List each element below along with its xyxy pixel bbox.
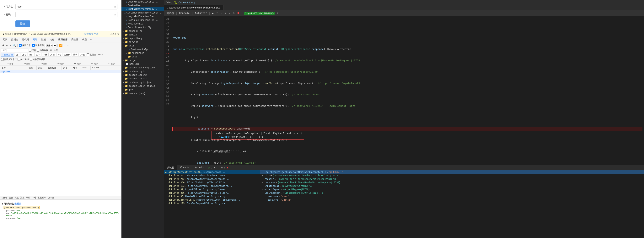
invert-check[interactable]: 反转 [29,49,36,52]
file-RedisConfig[interactable]: ☕ RedisConfig [122,22,164,26]
folder-custom-login2[interactable]: ▶ 📁 custom-login2 [122,73,164,77]
step-out-btn[interactable]: ⬆ [224,11,227,15]
debug-tab-console[interactable]: Console [177,165,192,170]
folder-custom-login-json[interactable]: ▶ 📁 custom-login-json [122,81,164,84]
submit-button[interactable]: 提交 [16,20,30,27]
tab-performance[interactable]: 性能 [39,37,48,42]
tab-welcome[interactable]: 欢迎 [80,37,89,42]
file-CustomAuthApp[interactable]: ☕ CustomAuthApp [122,48,164,51]
stack-item-0[interactable]: ▶ attemptAuthentication:46, CustomUserna… [164,170,260,174]
folder-util[interactable]: ▶ 📁 util [122,44,164,48]
file-LoginFailureHandler1[interactable]: ☕ LoginFailureHandler... [122,15,164,18]
debug-run-cursor-icon[interactable]: ↩ [219,166,220,169]
payload-header[interactable]: ▼ 请求负载 查看源 [2,202,120,206]
notify-dismiss-link[interactable]: 不再显示 [110,32,119,35]
var-item-objectmapper[interactable]: ↪ objectMapper = {ObjectMapper@10740} [260,188,644,191]
var-item-inputstream[interactable]: ↪ inputStream = {CoyoteInputStream@9793} [260,184,644,188]
group-by-frame-check[interactable]: 按行分组 [18,58,29,61]
tab-application[interactable]: 应用程序 [56,37,70,42]
folder-target[interactable]: ▼ 📁 target [122,59,164,62]
debug-eval-icon[interactable]: ⊡ [221,166,223,169]
file-SecurityWebConfig[interactable]: ☕ SecurityWebConfig [122,26,164,29]
file-CustomUsernameServiceIm[interactable]: ☕ CustomUsernameServiceIm... [122,11,164,15]
evaluate-btn[interactable]: ⊡ [232,11,236,15]
tab-sources[interactable]: 源代码 [20,37,31,42]
debug-tab-actuator[interactable]: Actuator [192,165,207,170]
import-icon[interactable]: ↓ [63,43,66,47]
preserve-log-check[interactable]: 保留日志 [19,44,31,47]
folder-custom-auth-captcha[interactable]: ▶ 📁 custom-auth-captcha [122,66,164,70]
tab-console[interactable]: 控制台 [9,37,20,42]
download-icon[interactable]: ⬇ [66,43,70,47]
step-into-btn[interactable]: ⬇ [220,11,223,15]
folder-jdbc[interactable]: ▶ 📁 jdbc [122,88,164,92]
filter-font[interactable]: 字体 [42,53,48,56]
debug-continue-icon[interactable]: ▶ [209,166,210,169]
large-rows-check[interactable]: 使用大请求行 [1,58,17,61]
step-over-btn[interactable]: ⤴ [215,11,219,15]
folder-service[interactable]: ▶ 📁 service [122,40,164,44]
debug-stop-icon[interactable]: ⏹ [226,166,229,169]
file-CustomUser[interactable]: ☕ CustomUser [122,4,164,7]
stack-item-9[interactable]: doFilter:119, OncePerRequestFilter (org.… [164,202,260,205]
var-item-this[interactable]: ↪ this = {CustomUsernamePasswordAuthenti… [260,174,644,177]
folder-controller[interactable]: ▶ 📁 controller [122,29,164,33]
file-CustomSecurityConte[interactable]: ☕ CustomSecurityConte... [122,0,164,4]
filter-other[interactable]: 其他 [79,53,86,56]
stack-item-6[interactable]: doFilter:336, FilterChainProxy$VirtualFi… [164,191,260,195]
blocked-cookie-check[interactable]: 已阻止 Cookie [87,53,103,56]
screenshot-check[interactable]: 截获屏幕截图 [30,58,45,61]
filter-css[interactable]: CSS [20,53,28,56]
var-item-response[interactable]: ↪ response = {HeaderWriterFilter$HeaderW… [260,181,644,184]
hide-data-url-check[interactable]: 隐藏数据 URL [37,49,53,52]
folder-custom-login3[interactable]: ▶ 📁 custom-login3 [122,77,164,81]
tab-network[interactable]: 网络 [31,37,39,42]
filter-js[interactable]: JS [15,53,20,56]
filter-img[interactable]: Img [28,53,34,56]
record-icon[interactable]: ⏺ [1,43,6,47]
filter-doc[interactable]: 文档 [49,53,56,56]
stop-btn[interactable]: ⏹ [236,11,241,15]
resume-btn[interactable]: ▶ [211,11,214,15]
folder-domain[interactable]: ▶ 📁 domain [122,33,164,37]
stack-item-2[interactable]: doFilter:212, AbstractAuthenticationProc… [164,177,260,181]
file-LoginFailureHandler2[interactable]: ☕ LoginFailureHandler... [122,18,164,22]
stack-item-7[interactable]: doFilter:90, HeaderWriterFilter (org.spr… [164,195,260,198]
debug-step-out-icon[interactable]: ⬆ [216,166,218,169]
folder-custom-login-single[interactable]: ▶ 📁 custom-login-single [122,84,164,88]
wifi-icon[interactable]: 📶 [58,43,63,47]
tab-memory[interactable]: 内存 [48,37,56,42]
filter-fetch-xhr[interactable]: Fetch/XHR [1,53,14,56]
stack-item-8[interactable]: doFilterInternal:75, HeaderWriterFilter … [164,198,260,202]
stack-item-4[interactable]: doFilter:103, FilterChainProxy (org.spri… [164,184,260,188]
debug-settings-icon[interactable]: ⚙ [224,166,225,169]
filter-manifest[interactable]: 清单 [72,53,79,56]
filter-wasm[interactable]: Wasm [63,53,71,56]
filter-media[interactable]: 媒体 [34,53,41,56]
stack-item-5[interactable]: doFilter:89, LogoutFilter (org.springfra… [164,188,260,191]
debug-tab-debugger[interactable]: 调试器 [164,165,177,170]
password-input[interactable] [16,12,118,17]
tab-add-icon[interactable]: + [89,38,93,42]
var-item-username[interactable]: username = "user" [260,195,644,198]
tab-security[interactable]: 安全性 [70,37,80,42]
stack-item-1[interactable]: doFilter:222, AbstractAuthenticationProc… [164,174,260,177]
stack-item-3[interactable]: doFilter:336, FilterChainProxy$VirtualFi… [164,181,260,184]
filter-ws[interactable]: WS [56,53,62,56]
notify-settings-link[interactable]: 设置根文件夹 [84,32,98,36]
filter-icon[interactable]: ▼ [8,43,12,47]
debug-step-into-icon[interactable]: ⬇ [214,166,215,169]
var-item-password-expr[interactable]: ↪ loginRequest.get(super.getPasswordPara… [260,170,644,174]
var-item-password[interactable]: password = "123456" [260,198,644,202]
folder-test[interactable]: ▶ 📁 test [122,55,164,59]
stop-icon[interactable]: ⊘ [6,43,8,47]
username-clear-icon[interactable]: ✕ [114,5,116,8]
run-to-cursor-btn[interactable]: ↩ [228,11,232,15]
password-clear-icon[interactable]: ✕ [114,13,116,16]
username-input[interactable] [16,4,118,9]
code-content[interactable]: @Override public Authentication attemptA… [171,16,644,165]
filter-icon[interactable]: ▼ [277,12,278,15]
folder-resources[interactable]: ▶ 📁 resources [122,51,164,55]
tab-file[interactable]: CustomUsernamePasswordAuthenticationFilt… [164,5,224,10]
var-item-request[interactable]: ↪ request = {HeaderWriterFilter$HeaderWr… [260,177,644,181]
